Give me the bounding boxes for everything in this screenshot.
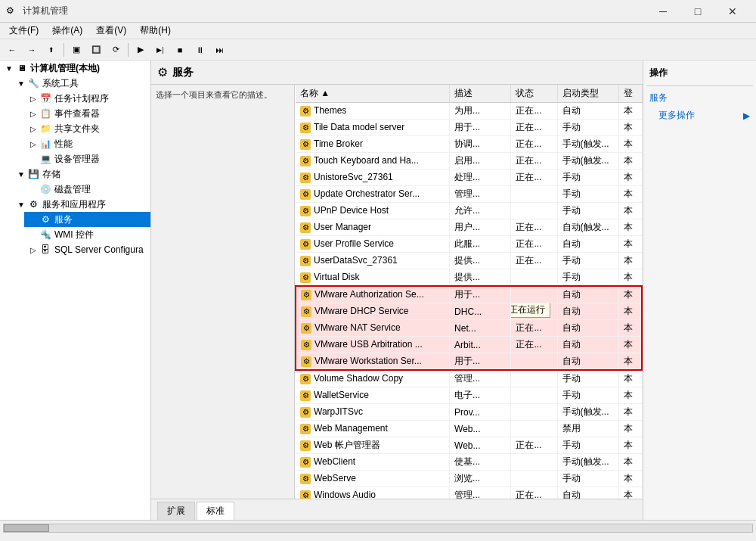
- service-startup-cell: 手动: [557, 471, 618, 487]
- service-name-cell: ⚙VMware DHCP Service: [296, 303, 450, 320]
- expand-root[interactable]: ▼: [3, 62, 15, 74]
- tree-device-mgr[interactable]: 💻 设备管理器: [24, 151, 150, 166]
- maximize-button[interactable]: □: [680, 0, 715, 23]
- table-row[interactable]: ⚙User Profile Service此服...正在...自动本: [296, 236, 642, 253]
- tree-services-apps[interactable]: ▼ ⚙ 服务和应用程序: [12, 197, 150, 212]
- table-row[interactable]: ⚙Time Broker协调...正在...手动(触发...本: [296, 136, 642, 153]
- table-row[interactable]: ⚙Web 帐户管理器Web...正在...手动本: [296, 437, 642, 454]
- service-startup-cell: 禁用: [557, 421, 618, 437]
- action-services[interactable]: 服务: [646, 89, 753, 107]
- service-desc-cell: 此服...: [450, 236, 511, 253]
- services-desc-panel: 选择一个项目来查看它的描述。: [151, 85, 295, 499]
- expand-services-apps[interactable]: ▼: [15, 198, 27, 210]
- stop-btn[interactable]: ■: [171, 42, 189, 58]
- table-row[interactable]: ⚙VMware NAT ServiceNet...正在...自动本: [296, 320, 642, 337]
- tree-services[interactable]: ⚙ 服务: [24, 212, 150, 227]
- table-row[interactable]: ⚙UnistoreSvc_27361处理...正在...手动本: [296, 169, 642, 186]
- services-apps-icon: ⚙: [27, 198, 39, 210]
- col-header-name[interactable]: 名称 ▲: [296, 85, 450, 103]
- col-header-logon[interactable]: 登: [618, 85, 642, 103]
- next-btn[interactable]: ⏭: [210, 42, 228, 58]
- tree-root[interactable]: ▼ 🖥 计算机管理(本地): [0, 61, 150, 76]
- table-row[interactable]: ⚙Web ManagementWeb...禁用本: [296, 421, 642, 437]
- menu-view[interactable]: 查看(V): [90, 23, 132, 39]
- expand-performance[interactable]: ▷: [27, 138, 39, 150]
- service-name-cell: ⚙WalletService: [296, 387, 450, 404]
- services-list-panel[interactable]: 名称 ▲ 描述 状态 启动类型 登 ⚙Themes为用...正在...自动本⚙T…: [295, 85, 643, 499]
- service-logon-cell: 本: [618, 186, 642, 203]
- table-row[interactable]: ⚙VMware DHCP ServiceDHC...正在运行自动本: [296, 303, 642, 320]
- expand-task-sched[interactable]: ▷: [27, 92, 39, 104]
- service-icon: ⚙: [300, 440, 311, 451]
- expand-event-viewer[interactable]: ▷: [27, 107, 39, 120]
- table-row[interactable]: ⚙Virtual Disk提供...手动本: [296, 269, 642, 287]
- service-status-cell: 正在...: [511, 153, 557, 169]
- forward-button[interactable]: →: [23, 42, 41, 58]
- service-name-cell: ⚙Time Broker: [296, 136, 450, 153]
- service-status-cell: 正在...: [511, 437, 557, 454]
- tab-standard[interactable]: 标准: [197, 502, 234, 520]
- show-hide-btn[interactable]: ▣: [67, 42, 85, 58]
- close-button[interactable]: ✕: [715, 0, 750, 23]
- table-row[interactable]: ⚙WebServe浏览...手动本: [296, 471, 642, 487]
- service-name-cell: ⚙Touch Keyboard and Ha...: [296, 153, 450, 169]
- play2-btn[interactable]: ▶|: [151, 42, 169, 58]
- table-row[interactable]: ⚙Themes为用...正在...自动本: [296, 103, 642, 120]
- service-status-cell: [511, 404, 557, 421]
- service-startup-cell: 手动(触发...: [557, 454, 618, 471]
- window-title: 计算机管理: [23, 5, 68, 17]
- tree-wmi[interactable]: 🔩 WMI 控件: [24, 227, 150, 242]
- expand-sql-config[interactable]: ▷: [27, 244, 39, 256]
- menu-help[interactable]: 帮助(H): [134, 23, 177, 39]
- refresh-btn[interactable]: ⟳: [107, 42, 125, 58]
- up-button[interactable]: ⬆: [42, 42, 60, 58]
- col-header-desc[interactable]: 描述: [450, 85, 511, 103]
- table-row[interactable]: ⚙User Manager用户...正在...自动(触发...本: [296, 219, 642, 236]
- table-row[interactable]: ⚙Touch Keyboard and Ha...启用...正在...手动(触发…: [296, 153, 642, 169]
- table-row[interactable]: ⚙WarpJITSvcProv...手动(触发...本: [296, 404, 642, 421]
- properties-btn[interactable]: 🔲: [87, 42, 105, 58]
- col-header-startup[interactable]: 启动类型: [557, 85, 618, 103]
- menu-file[interactable]: 文件(F): [3, 23, 45, 39]
- sql-config-icon: 🗄: [39, 244, 51, 256]
- table-row[interactable]: ⚙WebClient使基...手动(触发...本: [296, 454, 642, 471]
- table-row[interactable]: ⚙WalletService电子...手动本: [296, 387, 642, 404]
- expand-shared-folders[interactable]: ▷: [27, 123, 39, 135]
- event-viewer-icon: 📋: [39, 107, 51, 120]
- service-logon-cell: 本: [618, 236, 642, 253]
- tree-disk-mgmt[interactable]: 💿 磁盘管理: [24, 182, 150, 197]
- tree-sql-config[interactable]: ▷ 🗄 SQL Server Configura: [24, 242, 150, 257]
- scroll-track[interactable]: [3, 524, 753, 533]
- tree-performance[interactable]: ▷ 📊 性能: [24, 136, 150, 151]
- back-button[interactable]: ←: [3, 42, 21, 58]
- action-more[interactable]: 更多操作 ▶: [646, 107, 753, 124]
- service-icon: ⚙: [300, 424, 311, 434]
- table-row[interactable]: ⚙Volume Shadow Copy管理...手动本: [296, 370, 642, 387]
- table-row[interactable]: ⚙VMware Workstation Ser...用于...自动本: [296, 353, 642, 371]
- table-row[interactable]: ⚙Update Orchestrator Ser...管理...手动本: [296, 186, 642, 203]
- scroll-thumb[interactable]: [4, 524, 49, 532]
- service-name-text: WebServe: [314, 473, 356, 483]
- table-row[interactable]: ⚙VMware Authorization Se...用于...自动本: [296, 286, 642, 303]
- play-btn[interactable]: ▶: [132, 42, 150, 58]
- table-row[interactable]: ⚙UPnP Device Host允许...手动本: [296, 203, 642, 219]
- tree-sys-tools[interactable]: ▼ 🔧 系统工具: [12, 76, 150, 91]
- table-row[interactable]: ⚙Tile Data model server用于...正在...手动本: [296, 120, 642, 136]
- tab-extend[interactable]: 扩展: [157, 502, 195, 520]
- service-desc-cell: 提供...: [450, 269, 511, 287]
- expand-storage[interactable]: ▼: [15, 168, 27, 180]
- minimize-button[interactable]: ─: [646, 0, 680, 23]
- pause-btn[interactable]: ⏸: [191, 42, 209, 58]
- menu-action[interactable]: 操作(A): [46, 23, 88, 39]
- tree-event-viewer[interactable]: ▷ 📋 事件查看器: [24, 106, 150, 121]
- table-row[interactable]: ⚙Windows Audio管理...正在...自动本: [296, 487, 642, 499]
- col-header-status[interactable]: 状态: [511, 85, 557, 103]
- table-row[interactable]: ⚙UserDataSvc_27361提供...正在...手动本: [296, 253, 642, 269]
- tree-storage[interactable]: ▼ 💾 存储: [12, 166, 150, 182]
- tree-shared-folders[interactable]: ▷ 📁 共享文件夹: [24, 121, 150, 136]
- service-logon-cell: 本: [618, 269, 642, 287]
- expand-sys-tools[interactable]: ▼: [15, 77, 27, 89]
- table-row[interactable]: ⚙VMware USB Arbitration ...Arbit...正在...…: [296, 337, 642, 353]
- service-status-cell: 正在...: [511, 337, 557, 353]
- tree-task-sched[interactable]: ▷ 📅 任务计划程序: [24, 91, 150, 106]
